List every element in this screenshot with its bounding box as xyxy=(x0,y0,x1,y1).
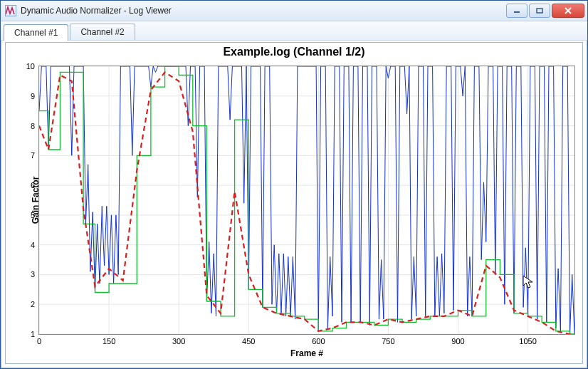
y-tick: 10 xyxy=(26,62,39,71)
x-tick: 600 xyxy=(312,334,325,345)
tab-channel-1[interactable]: Channel #1 xyxy=(4,24,68,41)
y-tick: 8 xyxy=(31,122,39,130)
y-tick: 7 xyxy=(31,151,39,160)
app-icon xyxy=(5,5,16,16)
plot-svg xyxy=(39,66,574,334)
close-button[interactable] xyxy=(552,4,584,18)
y-tick: 5 xyxy=(31,211,39,219)
series-raw xyxy=(39,66,574,334)
titlebar[interactable]: Dynamic Audio Normalizer - Log Viewer xyxy=(1,1,587,21)
maximize-button[interactable] xyxy=(529,4,550,18)
x-tick: 750 xyxy=(382,334,394,345)
x-axis-label: Frame # xyxy=(290,348,323,358)
y-tick: 9 xyxy=(31,92,39,100)
plot-area[interactable]: Gain Factor Frame # 12345678910 01503004… xyxy=(38,66,575,335)
x-tick: 900 xyxy=(451,334,464,345)
x-tick: 0 xyxy=(37,334,41,345)
svg-rect-2 xyxy=(537,9,542,13)
x-tick: 300 xyxy=(172,334,185,345)
app-window: Dynamic Audio Normalizer - Log Viewer Ch… xyxy=(0,0,588,369)
window-title: Dynamic Audio Normalizer - Log Viewer xyxy=(21,6,505,16)
series-smoothed xyxy=(39,72,574,334)
tab-channel-2[interactable]: Channel #2 xyxy=(70,24,135,40)
chart-title: Example.log (Channel 1/2) xyxy=(6,46,582,58)
x-tick: 150 xyxy=(103,334,115,345)
y-tick: 4 xyxy=(31,241,39,249)
chart-panel: Example.log (Channel 1/2) Gain Factor Fr… xyxy=(5,42,583,364)
y-tick: 6 xyxy=(31,181,39,189)
x-tick: 1050 xyxy=(519,334,536,345)
minimize-button[interactable] xyxy=(506,4,527,18)
y-tick: 2 xyxy=(31,300,39,308)
tabstrip: Channel #1 Channel #2 xyxy=(1,21,587,41)
x-tick: 450 xyxy=(242,334,255,345)
y-tick: 3 xyxy=(31,270,39,279)
